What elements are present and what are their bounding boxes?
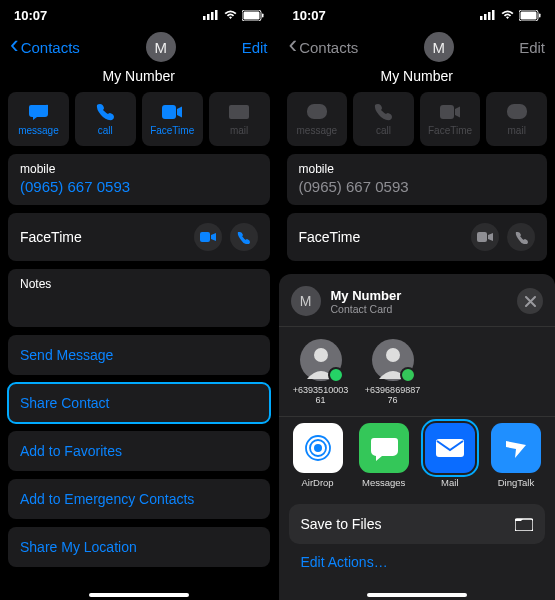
recent-number: +639686988776	[365, 385, 421, 406]
airdrop-app[interactable]: AirDrop	[291, 423, 345, 488]
svg-point-20	[386, 348, 400, 362]
facetime-video-button	[471, 223, 499, 251]
notes-card[interactable]: Notes	[8, 269, 270, 327]
svg-rect-17	[440, 105, 454, 119]
save-to-files-row[interactable]: Save to Files	[289, 504, 546, 544]
chevron-left-icon	[10, 37, 19, 58]
edit-button[interactable]: Edit	[519, 39, 545, 56]
wifi-icon	[500, 10, 515, 20]
svg-rect-8	[229, 105, 249, 119]
apps-row: AirDrop Messages Mail DingTalk	[289, 417, 546, 498]
signal-icon	[203, 10, 219, 20]
status-bar: 10:07	[279, 0, 556, 30]
recents-row: +639351000361 +639686988776	[289, 327, 546, 416]
messages-app[interactable]: Messages	[357, 423, 411, 488]
recent-contact[interactable]: +639686988776	[365, 339, 421, 406]
mobile-label: mobile	[20, 162, 258, 176]
status-right	[203, 10, 264, 21]
wifi-icon	[223, 10, 238, 20]
edit-actions-row[interactable]: Edit Actions…	[289, 554, 546, 570]
video-icon	[162, 103, 182, 121]
facetime-tile[interactable]: FaceTime	[142, 92, 203, 146]
send-message-row[interactable]: Send Message	[8, 335, 270, 375]
share-sheet: M My Number Contact Card +639351000361	[279, 274, 556, 600]
svg-rect-0	[203, 16, 206, 20]
add-emergency-row[interactable]: Add to Emergency Contacts	[8, 479, 270, 519]
close-button[interactable]	[517, 288, 543, 314]
dingtalk-app[interactable]: DingTalk	[489, 423, 543, 488]
back-button[interactable]: Contacts	[10, 37, 80, 58]
facetime-audio-button[interactable]	[230, 223, 258, 251]
status-bar: 10:07	[0, 0, 278, 30]
message-tile[interactable]: message	[8, 92, 69, 146]
sheet-avatar: M	[291, 286, 321, 316]
svg-rect-24	[436, 439, 464, 457]
close-icon	[525, 296, 536, 307]
share-location-row[interactable]: Share My Location	[8, 527, 270, 567]
message-tile: message	[287, 92, 348, 146]
facetime-video-button[interactable]	[194, 223, 222, 251]
notes-label: Notes	[20, 277, 258, 291]
mail-label: mail	[230, 125, 248, 136]
svg-rect-16	[539, 13, 541, 17]
avatar[interactable]: M	[424, 32, 454, 62]
svg-rect-3	[215, 10, 218, 20]
avatar[interactable]: M	[146, 32, 176, 62]
home-indicator[interactable]	[89, 593, 189, 597]
mail-label: mail	[508, 125, 526, 136]
folder-icon	[515, 517, 533, 531]
edit-button[interactable]: Edit	[242, 39, 268, 56]
airdrop-icon	[293, 423, 343, 473]
mobile-value: (0965) 667 0593	[20, 178, 258, 195]
share-contact-row[interactable]: Share Contact	[8, 383, 270, 423]
messages-app-icon	[359, 423, 409, 473]
mail-app[interactable]: Mail	[423, 423, 477, 488]
messages-badge-icon	[400, 367, 416, 383]
mail-app-icon	[425, 423, 475, 473]
call-tile[interactable]: call	[75, 92, 136, 146]
message-icon	[28, 103, 48, 121]
status-right	[480, 10, 541, 21]
phone-icon	[373, 103, 393, 121]
recent-contact[interactable]: +639351000361	[293, 339, 349, 406]
mail-icon	[507, 103, 527, 121]
call-tile: call	[353, 92, 414, 146]
svg-rect-12	[488, 12, 491, 20]
svg-rect-13	[492, 10, 495, 20]
svg-point-21	[314, 444, 322, 452]
facetime-text: FaceTime	[20, 229, 82, 245]
back-button[interactable]: Contacts	[289, 37, 359, 58]
svg-rect-5	[243, 11, 259, 19]
svg-rect-18	[477, 232, 487, 242]
dingtalk-icon	[491, 423, 541, 473]
save-to-files-label: Save to Files	[301, 516, 382, 532]
nav-bar: Contacts M Edit	[279, 30, 556, 66]
recent-number: +639351000361	[293, 385, 349, 406]
mail-icon	[229, 103, 249, 121]
contact-name: My Number	[0, 68, 278, 84]
message-label: message	[18, 125, 59, 136]
facetime-label: FaceTime	[428, 125, 472, 136]
avatar-initial: M	[155, 39, 168, 56]
svg-rect-11	[484, 14, 487, 20]
mobile-value: (0965) 667 0593	[299, 178, 536, 195]
mobile-card[interactable]: mobile (0965) 667 0593	[8, 154, 270, 205]
add-favorites-row[interactable]: Add to Favorites	[8, 431, 270, 471]
svg-rect-2	[211, 12, 214, 20]
back-label: Contacts	[21, 39, 80, 56]
phone-icon	[95, 103, 115, 121]
facetime-card: FaceTime	[8, 213, 270, 261]
signal-icon	[480, 10, 496, 20]
svg-point-19	[314, 348, 328, 362]
whatsapp-badge-icon	[328, 367, 344, 383]
facetime-audio-button	[507, 223, 535, 251]
mobile-card: mobile (0965) 667 0593	[287, 154, 548, 205]
battery-icon	[242, 10, 264, 21]
battery-icon	[519, 10, 541, 21]
facetime-card: FaceTime	[287, 213, 548, 261]
app-label: DingTalk	[489, 477, 543, 488]
home-indicator[interactable]	[367, 593, 467, 597]
action-tiles: message call FaceTime mail	[279, 92, 556, 146]
facetime-text: FaceTime	[299, 229, 361, 245]
person-icon	[300, 339, 342, 381]
